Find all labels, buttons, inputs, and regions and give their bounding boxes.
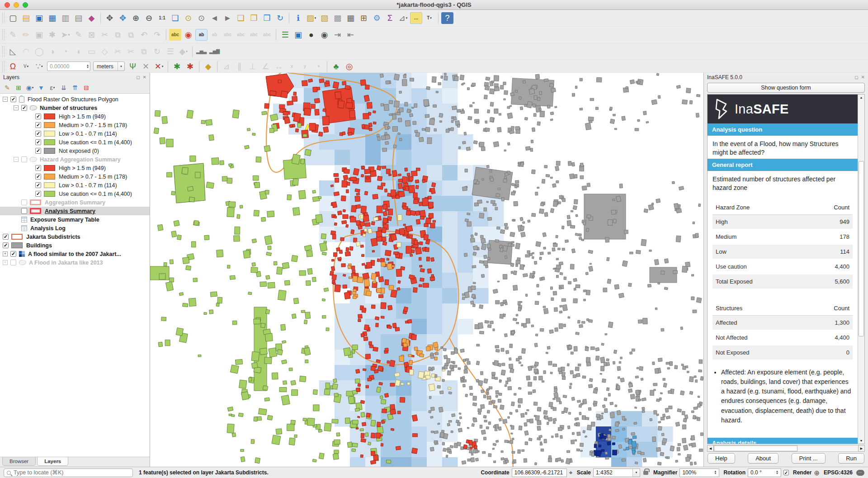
snapping-tolerance-field[interactable]: ▲▼ bbox=[47, 62, 90, 71]
locator-input[interactable] bbox=[14, 469, 130, 476]
layer-tree-item[interactable]: ✓Buildings bbox=[0, 241, 150, 250]
select-features-button[interactable]: ▨▾ bbox=[305, 12, 317, 24]
layer-tree-item[interactable]: ✓High > 1.5 m (949) bbox=[0, 112, 150, 121]
vertical-scroll-thumb[interactable] bbox=[859, 161, 864, 336]
messages-icon[interactable]: … bbox=[856, 470, 864, 476]
tab-layers[interactable]: Layers bbox=[37, 457, 68, 466]
toolbar-drag-handle[interactable] bbox=[2, 46, 5, 57]
dropdown-arrow-icon[interactable]: ▾ bbox=[68, 33, 70, 37]
dropdown-arrow-icon[interactable]: ▾ bbox=[186, 50, 188, 53]
dropdown-arrow-icon[interactable]: ▾ bbox=[406, 16, 408, 20]
topological-editing-button[interactable]: Ψ bbox=[127, 61, 139, 71]
measure-line-button[interactable]: ⊿▾ bbox=[397, 12, 409, 24]
close-panel-icon[interactable]: ✕ bbox=[143, 75, 146, 80]
map-svg[interactable] bbox=[150, 73, 703, 467]
rotation-spinner[interactable]: 0.0 ° ▲▼ bbox=[748, 469, 781, 477]
dropdown-arrow-icon[interactable]: ▾ bbox=[162, 65, 164, 68]
dropdown-arrow-icon[interactable]: ▾ bbox=[32, 86, 34, 90]
filter-legend-button[interactable]: ▼ bbox=[36, 83, 46, 92]
layer-visibility-checkbox[interactable]: ✓ bbox=[3, 234, 9, 240]
layer-tree-item[interactable]: ✓Low > 0.1 - 0.7 m (114) bbox=[0, 181, 150, 189]
layer-visibility-checkbox[interactable]: ✓ bbox=[35, 165, 41, 171]
layer-tree-item[interactable]: Exposure Summary Table bbox=[0, 215, 150, 224]
collapse-icon[interactable]: − bbox=[14, 157, 19, 162]
layer-visibility-checkbox[interactable]: ✓ bbox=[35, 191, 41, 197]
about-button[interactable]: About bbox=[748, 453, 778, 464]
zoom-next-button[interactable]: ► bbox=[222, 12, 234, 24]
layer-visibility-checkbox[interactable]: ✓ bbox=[10, 251, 16, 257]
remove-layer-button[interactable]: ⊟ bbox=[81, 83, 91, 92]
pin-labels-button[interactable]: ab bbox=[195, 29, 208, 41]
snapping-on-intersection-button[interactable]: ✕ bbox=[140, 61, 152, 71]
snapping-tolerance-input[interactable] bbox=[50, 63, 85, 70]
layer-visibility-checkbox[interactable] bbox=[21, 208, 27, 214]
zoom-to-selection-button[interactable]: ⊙ bbox=[182, 12, 194, 24]
tracing-a-button[interactable]: ✱ bbox=[171, 61, 183, 71]
new-project-button[interactable]: ▢ bbox=[7, 12, 19, 24]
tracing-b-button[interactable]: ✱ bbox=[184, 61, 196, 71]
field-calculator-button[interactable]: ⊞ bbox=[358, 12, 370, 24]
scroll-up-icon[interactable]: ▲ bbox=[858, 95, 864, 100]
zoom-native-button[interactable]: 1:1 bbox=[156, 12, 168, 24]
cad-tools-button[interactable]: ◺ bbox=[7, 46, 19, 57]
zoom-to-bookmark-button[interactable]: ❐ bbox=[261, 12, 273, 24]
layer-tree-item[interactable]: Aggregation Summary bbox=[0, 198, 150, 207]
zoom-last-button[interactable]: ◄ bbox=[208, 12, 221, 24]
open-layer-styling-panel-button[interactable]: ✎ bbox=[2, 83, 12, 92]
zoom-in-button[interactable]: ⊕ bbox=[130, 12, 142, 24]
layer-visibility-checkbox[interactable] bbox=[21, 156, 27, 162]
dropdown-arrow-icon[interactable]: ▾ bbox=[315, 16, 316, 20]
layer-tree-item[interactable]: Analysis Log bbox=[0, 224, 150, 232]
zoom-full-button[interactable]: ❏ bbox=[169, 12, 181, 24]
spinner-arrows-icon[interactable]: ▲▼ bbox=[86, 64, 89, 69]
collapse-all-button[interactable]: ⇈ bbox=[70, 83, 80, 92]
run-button[interactable]: Run bbox=[838, 453, 864, 464]
expand-all-button[interactable]: ⇊ bbox=[59, 83, 69, 92]
horizontal-scroll-thumb[interactable] bbox=[714, 445, 797, 451]
new-print-layout-button[interactable]: ▥ bbox=[59, 12, 71, 24]
dropdown-arrow-icon[interactable]: ▾ bbox=[41, 65, 43, 68]
toolbar-drag-handle[interactable] bbox=[2, 13, 5, 24]
zoom-to-layer-button[interactable]: ⊙ bbox=[195, 12, 208, 24]
manage-visibility-button[interactable]: ◉▾ bbox=[25, 83, 35, 92]
toolbar-drag-handle[interactable] bbox=[2, 29, 5, 40]
close-panel-icon[interactable]: ✕ bbox=[861, 75, 865, 80]
layer-tree-item[interactable]: ✓Medium > 0.7 - 1.5 m (178) bbox=[0, 121, 150, 129]
layer-visibility-checkbox[interactable]: ✓ bbox=[35, 131, 41, 137]
layer-tree-item[interactable]: Analysis Summary bbox=[0, 207, 150, 215]
layer-visibility-checkbox[interactable]: ✓ bbox=[21, 105, 27, 111]
show-layout-manager-button[interactable]: ▤ bbox=[72, 12, 85, 24]
zoom-out-button[interactable]: ⊖ bbox=[143, 12, 155, 24]
local-cumulative-stretch-button[interactable]: ▂▅▇ bbox=[208, 46, 221, 57]
layer-visibility-checkbox[interactable] bbox=[10, 260, 16, 265]
map-canvas[interactable] bbox=[150, 73, 703, 467]
expand-icon[interactable]: + bbox=[3, 260, 8, 265]
snapping-options-button[interactable]: ◎ bbox=[343, 61, 355, 71]
layer-tree-item[interactable]: ✓High > 1.5 m (949) bbox=[0, 164, 150, 172]
pan-to-selection-button[interactable]: ✥ bbox=[117, 12, 129, 24]
render-checkbox[interactable]: ✓ bbox=[783, 470, 789, 475]
layer-visibility-checkbox[interactable] bbox=[21, 199, 27, 205]
add-group-button[interactable]: ⊞ bbox=[14, 83, 24, 92]
layer-tree-item[interactable]: ✓Jakarta Subdistricts bbox=[0, 232, 150, 241]
open-attribute-table-button[interactable]: ▦ bbox=[344, 12, 357, 24]
toggle-selected-layers-button[interactable]: ⇤ bbox=[344, 29, 357, 41]
save-project-as-button[interactable]: ▦ bbox=[46, 12, 58, 24]
lock-scale-icon[interactable] bbox=[643, 471, 648, 475]
identify-features-button[interactable]: ℹ bbox=[292, 12, 304, 24]
self-snapping-button[interactable]: ✕▾ bbox=[153, 61, 165, 71]
layer-visibility-checkbox[interactable]: ✓ bbox=[10, 96, 16, 102]
layer-visibility-checkbox[interactable]: ✓ bbox=[35, 114, 41, 119]
map-tips-button[interactable]: … bbox=[410, 12, 422, 24]
dropdown-arrow-icon[interactable]: ▾ bbox=[632, 469, 640, 477]
snap-segment-mode-button[interactable]: ∵▾ bbox=[33, 61, 45, 71]
layer-tree-item[interactable]: −Hazard Aggregation Summary bbox=[0, 155, 150, 164]
crs-status[interactable]: EPSG:4326 bbox=[824, 469, 853, 476]
layer-visibility-checkbox[interactable]: ✓ bbox=[3, 242, 9, 248]
manage-map-themes-button[interactable]: ▣ bbox=[292, 29, 304, 41]
new-spatial-bookmark-button[interactable]: ❑ bbox=[235, 12, 247, 24]
scroll-down-icon[interactable]: ▼ bbox=[858, 438, 864, 444]
enable-tracing-button[interactable]: ♣ bbox=[330, 61, 342, 71]
help-contents-button[interactable]: ? bbox=[441, 12, 453, 24]
coordinate-field[interactable]: 106.86309,-6.21721 bbox=[512, 469, 567, 477]
